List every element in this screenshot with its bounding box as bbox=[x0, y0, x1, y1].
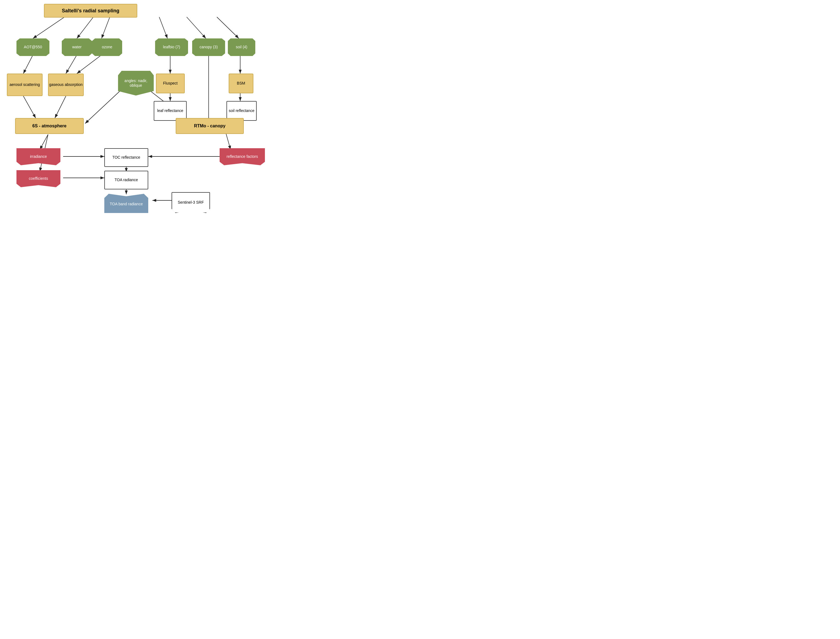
svg-line-10 bbox=[23, 96, 36, 118]
atmosphere-node: 6S - atmosphere bbox=[15, 118, 84, 134]
svg-line-2 bbox=[77, 17, 93, 38]
soil-node: soil (4) bbox=[228, 38, 255, 56]
aot-node: AOT@550 bbox=[16, 38, 49, 56]
diagram: Saltelli's radial sampling AOT@550 water… bbox=[0, 0, 280, 213]
saltelli-node: Saltelli's radial sampling bbox=[44, 4, 137, 17]
ozone-node: ozone bbox=[92, 38, 122, 56]
rtmo-node: RTMo - canopy bbox=[176, 118, 244, 134]
sentinel-node: Sentinel-3 SRF bbox=[172, 192, 210, 213]
bsm-node: BSM bbox=[229, 73, 253, 93]
svg-line-1 bbox=[33, 17, 65, 38]
svg-line-8 bbox=[66, 55, 77, 73]
fluspect-node: Fluspect bbox=[156, 73, 185, 93]
svg-line-9 bbox=[77, 55, 102, 73]
svg-line-11 bbox=[55, 96, 66, 118]
angles-node: angles: nadir, oblique bbox=[118, 71, 154, 95]
canopy-node: canopy (3) bbox=[192, 38, 225, 56]
water-node: water bbox=[62, 38, 92, 56]
svg-line-6 bbox=[217, 17, 239, 38]
svg-line-5 bbox=[187, 17, 206, 38]
leafbio-node: leafbio (7) bbox=[155, 38, 188, 56]
irradiance-node: irradiance bbox=[16, 148, 60, 165]
svg-line-4 bbox=[159, 17, 167, 38]
aerosol-node: aerosol scattering bbox=[7, 73, 43, 96]
reflectance-factors-node: reflectance factors bbox=[220, 148, 265, 165]
toa-band-node: TOA band radiance bbox=[104, 194, 148, 213]
toa-radiance-node: TOA radiance bbox=[104, 171, 148, 189]
svg-line-3 bbox=[102, 17, 110, 38]
svg-line-7 bbox=[23, 55, 33, 73]
coefficients-node: coefficients bbox=[16, 170, 60, 187]
toc-node: TOC reflectance bbox=[104, 148, 148, 167]
svg-line-21 bbox=[40, 135, 48, 149]
gaseous-node: gaseous absorption bbox=[48, 73, 84, 96]
